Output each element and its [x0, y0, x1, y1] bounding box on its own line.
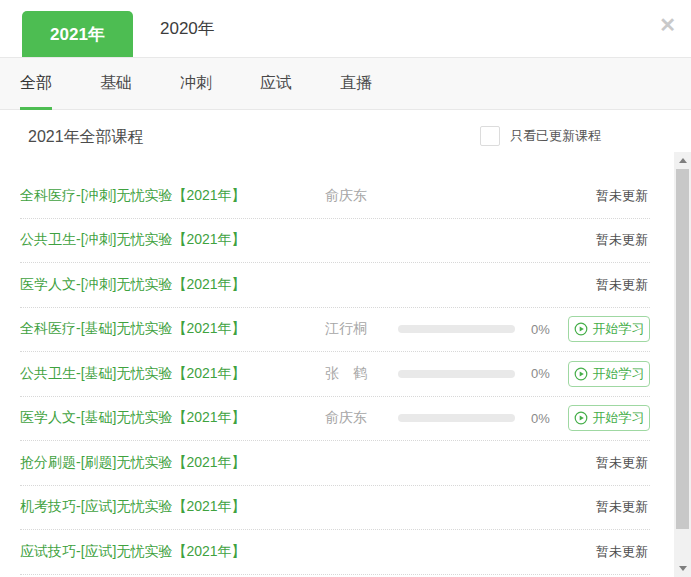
arrow-up-icon	[679, 158, 687, 163]
start-learning-button[interactable]: 开始学习	[568, 405, 650, 431]
scrollbar-thumb[interactable]	[676, 169, 689, 529]
start-learning-label: 开始学习	[593, 365, 645, 383]
course-teacher: 俞庆东	[325, 409, 398, 427]
play-circle-icon	[574, 411, 588, 425]
course-panel: 2021年全部课程 只看已更新课程 全科医疗-[冲刺]无忧实验【2021年】 俞…	[0, 110, 691, 577]
course-teacher: 江行桐	[325, 320, 398, 338]
update-status-text: 暂未更新	[596, 543, 650, 561]
filter-tab-live[interactable]: 直播	[340, 58, 372, 109]
progress-bar	[398, 370, 515, 378]
course-title-link[interactable]: 公共卫生-[基础]无忧实验【2021年】	[20, 365, 325, 383]
progress-bar	[398, 325, 515, 333]
arrow-down-icon	[679, 566, 687, 571]
start-learning-label: 开始学习	[593, 320, 645, 338]
update-status-text: 暂未更新	[596, 498, 650, 516]
course-title-link[interactable]: 公共卫生-[冲刺]无忧实验【2021年】	[20, 231, 325, 249]
course-row: 医学人文-[冲刺]无忧实验【2021年】 暂未更新	[20, 263, 650, 308]
start-learning-button[interactable]: 开始学习	[568, 361, 650, 387]
updated-only-filter[interactable]: 只看已更新课程	[480, 126, 601, 146]
course-teacher: 俞庆东	[325, 187, 398, 205]
year-tab-bar: 2021年 2020年 ✕	[0, 0, 691, 57]
course-row: 抢分刷题-[刷题]无忧实验【2021年】 暂未更新	[20, 441, 650, 486]
course-title-link[interactable]: 全科医疗-[冲刺]无忧实验【2021年】	[20, 187, 325, 205]
scroll-up-button[interactable]	[674, 152, 691, 169]
scroll-down-button[interactable]	[674, 560, 691, 577]
filter-tab-basic[interactable]: 基础	[100, 58, 132, 109]
update-status-text: 暂未更新	[596, 187, 650, 205]
course-teacher: 张 鹤	[325, 365, 398, 383]
year-tab-2020[interactable]: 2020年	[160, 0, 215, 57]
course-title-link[interactable]: 医学人文-[基础]无忧实验【2021年】	[20, 409, 325, 427]
progress-percent: 0%	[531, 366, 563, 381]
close-icon[interactable]: ✕	[659, 15, 676, 35]
progress-group: 0%	[398, 411, 563, 426]
course-title-link[interactable]: 抢分刷题-[刷题]无忧实验【2021年】	[20, 454, 325, 472]
course-row: 医学人文-[基础]无忧实验【2021年】 俞庆东 0% 开始学习	[20, 397, 650, 442]
course-title-link[interactable]: 机考技巧-[应试]无忧实验【2021年】	[20, 498, 325, 516]
update-status-text: 暂未更新	[596, 454, 650, 472]
start-learning-label: 开始学习	[593, 409, 645, 427]
year-tab-2021[interactable]: 2021年	[22, 11, 133, 57]
updated-only-label: 只看已更新课程	[510, 127, 601, 145]
category-filter-bar: 全部 基础 冲刺 应试 直播	[0, 57, 691, 110]
play-circle-icon	[574, 322, 588, 336]
filter-tab-exam[interactable]: 应试	[260, 58, 292, 109]
course-row: 公共卫生-[基础]无忧实验【2021年】 张 鹤 0% 开始学习	[20, 352, 650, 397]
start-learning-button[interactable]: 开始学习	[568, 316, 650, 342]
course-row: 公共卫生-[冲刺]无忧实验【2021年】 暂未更新	[20, 219, 650, 264]
page-title: 2021年全部课程	[28, 127, 144, 148]
update-status-text: 暂未更新	[596, 276, 650, 294]
progress-group: 0%	[398, 322, 563, 337]
course-row: 全科医疗-[冲刺]无忧实验【2021年】 俞庆东 暂未更新	[20, 174, 650, 219]
vertical-scrollbar[interactable]	[674, 152, 691, 577]
course-title-link[interactable]: 全科医疗-[基础]无忧实验【2021年】	[20, 320, 325, 338]
progress-group: 0%	[398, 366, 563, 381]
progress-bar	[398, 414, 515, 422]
update-status-text: 暂未更新	[596, 231, 650, 249]
filter-tab-all[interactable]: 全部	[20, 58, 52, 109]
course-row: 机考技巧-[应试]无忧实验【2021年】 暂未更新	[20, 486, 650, 531]
course-title-link[interactable]: 医学人文-[冲刺]无忧实验【2021年】	[20, 276, 325, 294]
filter-tab-sprint[interactable]: 冲刺	[180, 58, 212, 109]
updated-only-checkbox[interactable]	[480, 126, 500, 146]
course-row: 应试技巧-[应试]无忧实验【2021年】 暂未更新	[20, 530, 650, 575]
course-list: 全科医疗-[冲刺]无忧实验【2021年】 俞庆东 暂未更新 公共卫生-[冲刺]无…	[20, 174, 650, 575]
progress-percent: 0%	[531, 411, 563, 426]
play-circle-icon	[574, 367, 588, 381]
course-row: 全科医疗-[基础]无忧实验【2021年】 江行桐 0% 开始学习	[20, 308, 650, 353]
progress-percent: 0%	[531, 322, 563, 337]
course-title-link[interactable]: 应试技巧-[应试]无忧实验【2021年】	[20, 543, 325, 561]
